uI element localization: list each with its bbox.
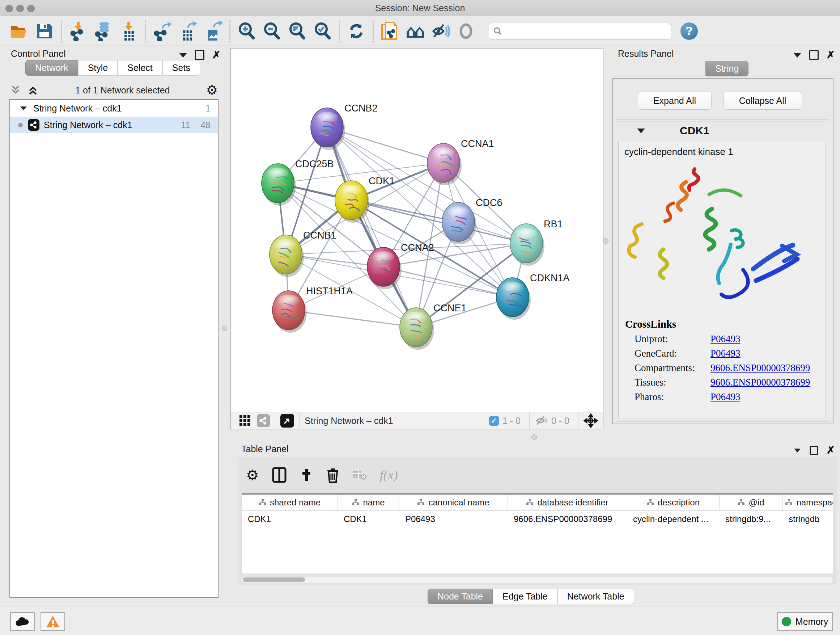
network-node[interactable] xyxy=(510,224,545,266)
scrollbar-thumb[interactable] xyxy=(243,578,305,582)
network-node[interactable] xyxy=(496,278,531,320)
panel-close-icon[interactable]: ✗ xyxy=(827,447,835,454)
panel-minimize-icon[interactable] xyxy=(793,53,801,57)
network-node[interactable] xyxy=(272,291,307,333)
cell[interactable]: P06493 xyxy=(399,511,508,527)
crosslink-link[interactable]: P06493 xyxy=(711,333,741,345)
table-row[interactable]: CDK1CDK1P064939606.ENSP00000378699cyclin… xyxy=(242,511,833,527)
network-node[interactable] xyxy=(400,308,434,350)
open-session-icon[interactable] xyxy=(9,21,29,41)
cloud-button[interactable] xyxy=(10,612,35,631)
node-table[interactable]: shared namenamecanonical namedatabase id… xyxy=(242,494,833,573)
export-table-icon[interactable] xyxy=(178,21,198,41)
tab-sets[interactable]: Sets xyxy=(163,60,200,76)
collapse-all-button[interactable]: Collapse All xyxy=(723,92,802,110)
gene-section-header[interactable]: CDK1 xyxy=(616,122,829,139)
network-row-selected[interactable]: String Network – cdk1 11 48 xyxy=(10,117,218,133)
selected-nodes-checkbox[interactable]: ✓ xyxy=(489,416,499,426)
gene-collapse-icon[interactable] xyxy=(637,128,645,133)
show-all-icon[interactable] xyxy=(456,21,476,41)
zoom-out-icon[interactable] xyxy=(262,21,282,41)
network-collection-row[interactable]: String Network – cdk1 1 xyxy=(10,100,218,117)
vertical-splitter-handle[interactable] xyxy=(222,325,227,331)
import-network-icon[interactable] xyxy=(68,21,88,41)
warning-button[interactable] xyxy=(41,612,65,631)
pan-crosshair-icon[interactable] xyxy=(584,413,598,428)
network-node[interactable] xyxy=(335,181,369,223)
memory-button[interactable]: Memory xyxy=(777,612,833,631)
tab-string[interactable]: String xyxy=(706,61,748,76)
crosslink-link[interactable]: P06493 xyxy=(711,348,741,359)
zoom-fit-icon[interactable] xyxy=(287,21,308,41)
column-header[interactable]: @id xyxy=(720,494,783,510)
help-icon[interactable]: ? xyxy=(681,22,698,40)
search-field[interactable] xyxy=(489,23,671,40)
crosslink-link[interactable]: 9606.ENSP00000378699 xyxy=(711,363,810,374)
panel-float-icon[interactable] xyxy=(195,50,204,60)
expand-all-button[interactable]: Expand All xyxy=(638,92,712,110)
string-network-graph[interactable]: CCNB2CCNA1CDC25BCDK1CDC6RB1CCNB1CCNA2CDK… xyxy=(231,49,603,412)
network-node[interactable] xyxy=(442,203,477,244)
column-header[interactable]: canonical name xyxy=(399,494,508,510)
table-settings-icon[interactable]: ⚙ xyxy=(246,469,259,481)
delete-column-icon[interactable] xyxy=(326,467,339,483)
panel-close-icon[interactable]: ✗ xyxy=(827,51,835,59)
collapse-all-icon[interactable] xyxy=(9,84,22,96)
panel-minimize-icon[interactable] xyxy=(794,448,801,452)
network-node[interactable] xyxy=(367,247,401,289)
add-column-icon[interactable] xyxy=(300,468,313,482)
zoom-in-icon[interactable] xyxy=(237,21,257,41)
cell[interactable]: CDK1 xyxy=(242,511,338,527)
table-horizontal-scrollbar[interactable] xyxy=(242,577,833,583)
tab-network-table[interactable]: Network Table xyxy=(557,589,634,604)
network-edge[interactable] xyxy=(384,267,513,297)
tab-node-table[interactable]: Node Table xyxy=(428,589,493,604)
import-database-icon[interactable] xyxy=(93,21,114,41)
houses-icon[interactable] xyxy=(405,21,425,41)
show-columns-icon[interactable] xyxy=(272,467,286,483)
cell[interactable]: cyclin-dependent ... xyxy=(627,511,720,527)
refresh-icon[interactable] xyxy=(346,21,366,41)
cell[interactable]: CDK1 xyxy=(338,511,399,527)
cell[interactable]: stringdb xyxy=(783,511,833,527)
network-results-splitter-handle[interactable] xyxy=(603,238,608,244)
crosslink-link[interactable]: P06493 xyxy=(711,391,741,402)
search-input[interactable] xyxy=(503,26,671,36)
column-header[interactable]: description xyxy=(627,494,720,510)
birdseye-icon[interactable] xyxy=(280,414,294,428)
network-node[interactable] xyxy=(270,235,304,277)
column-header[interactable]: shared name xyxy=(242,494,338,510)
export-network-icon[interactable] xyxy=(152,21,172,41)
save-session-icon[interactable] xyxy=(34,21,55,41)
column-header[interactable]: name xyxy=(338,494,399,510)
network-view-share-icon[interactable] xyxy=(257,414,270,427)
collection-collapse-icon[interactable] xyxy=(20,106,27,110)
hide-selected-icon[interactable] xyxy=(431,21,451,41)
expand-all-icon[interactable] xyxy=(27,84,39,96)
tab-select[interactable]: Select xyxy=(118,60,162,76)
column-header[interactable]: namespace xyxy=(783,494,833,510)
string-import-icon[interactable] xyxy=(380,21,400,41)
network-edge[interactable] xyxy=(289,310,416,327)
crosslink-link[interactable]: 9606.ENSP00000378699 xyxy=(711,377,810,388)
network-node[interactable] xyxy=(427,143,462,185)
network-edge[interactable] xyxy=(327,127,416,327)
grid-view-icon[interactable] xyxy=(239,415,251,427)
tab-style[interactable]: Style xyxy=(78,60,118,76)
import-table-icon[interactable] xyxy=(118,21,139,41)
export-image-icon[interactable] xyxy=(203,21,223,41)
panel-float-icon[interactable] xyxy=(810,446,818,455)
network-node[interactable] xyxy=(262,164,296,206)
cell[interactable]: 9606.ENSP00000378699 xyxy=(508,511,627,527)
panel-close-icon[interactable]: ✗ xyxy=(212,51,221,59)
network-canvas[interactable]: CCNB2CCNA1CDC25BCDK1CDC6RB1CCNB1CCNA2CDK… xyxy=(231,48,603,429)
tab-network[interactable]: Network xyxy=(25,60,78,76)
zoom-selected-icon[interactable] xyxy=(313,21,333,41)
cell[interactable]: stringdb:9... xyxy=(720,511,783,527)
gear-icon[interactable]: ⚙ xyxy=(206,84,218,97)
tab-edge-table[interactable]: Edge Table xyxy=(493,589,557,604)
panel-minimize-icon[interactable] xyxy=(179,53,187,57)
panel-float-icon[interactable] xyxy=(809,50,819,60)
column-header[interactable]: database identifier xyxy=(508,494,627,510)
network-node[interactable] xyxy=(311,108,345,150)
